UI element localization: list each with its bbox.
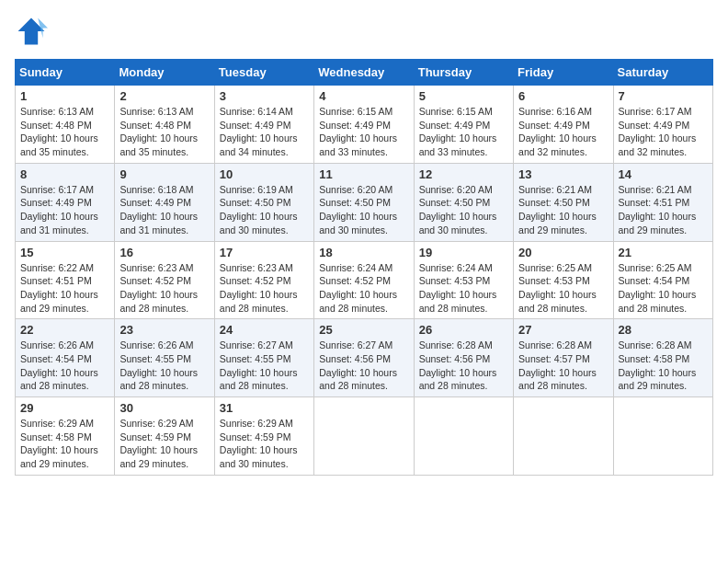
logo-icon [15,15,48,48]
day-info: Sunrise: 6:28 AMSunset: 4:57 PMDaylight:… [518,339,597,391]
calendar-cell [414,397,513,476]
day-number: 13 [518,167,608,181]
day-info: Sunrise: 6:29 AMSunset: 4:58 PMDaylight:… [20,418,98,469]
day-info: Sunrise: 6:28 AMSunset: 4:56 PMDaylight:… [419,339,497,391]
calendar-cell: 25 Sunrise: 6:27 AMSunset: 4:56 PMDaylig… [314,319,414,397]
day-info: Sunrise: 6:21 AMSunset: 4:50 PMDaylight:… [518,184,597,236]
day-number: 29 [20,401,109,415]
day-number: 14 [619,167,708,181]
day-of-week-header: Monday [115,60,214,86]
calendar-cell: 19 Sunrise: 6:24 AMSunset: 4:53 PMDaylig… [414,241,513,319]
calendar-cell: 2 Sunrise: 6:13 AMSunset: 4:48 PMDayligh… [115,86,214,164]
day-number: 18 [319,246,408,259]
calendar-cell: 6 Sunrise: 6:16 AMSunset: 4:49 PMDayligh… [514,86,613,164]
day-info: Sunrise: 6:26 AMSunset: 4:54 PMDaylight:… [20,339,98,391]
day-info: Sunrise: 6:24 AMSunset: 4:53 PMDaylight:… [419,262,497,314]
calendar-cell: 14 Sunrise: 6:21 AMSunset: 4:51 PMDaylig… [613,163,712,241]
day-number: 6 [518,89,608,103]
calendar-cell: 9 Sunrise: 6:18 AMSunset: 4:49 PMDayligh… [115,163,214,241]
day-number: 8 [20,167,109,181]
day-number: 25 [319,323,408,337]
calendar-week-row: 15 Sunrise: 6:22 AMSunset: 4:51 PMDaylig… [16,241,713,319]
day-info: Sunrise: 6:23 AMSunset: 4:52 PMDaylight:… [119,262,198,314]
calendar-week-row: 22 Sunrise: 6:26 AMSunset: 4:54 PMDaylig… [16,319,713,397]
calendar-cell: 16 Sunrise: 6:23 AMSunset: 4:52 PMDaylig… [115,241,214,319]
day-info: Sunrise: 6:25 AMSunset: 4:53 PMDaylight:… [518,262,597,314]
day-number: 22 [20,323,109,337]
day-info: Sunrise: 6:29 AMSunset: 4:59 PMDaylight:… [220,418,298,469]
calendar-cell: 8 Sunrise: 6:17 AMSunset: 4:49 PMDayligh… [16,163,115,241]
calendar-cell: 1 Sunrise: 6:13 AMSunset: 4:48 PMDayligh… [16,86,115,164]
calendar-cell [314,397,414,476]
day-info: Sunrise: 6:19 AMSunset: 4:50 PMDaylight:… [220,184,298,236]
day-info: Sunrise: 6:26 AMSunset: 4:55 PMDaylight:… [119,339,198,391]
calendar-cell: 17 Sunrise: 6:23 AMSunset: 4:52 PMDaylig… [214,241,313,319]
day-number: 10 [220,167,309,181]
day-number: 30 [119,401,209,415]
day-info: Sunrise: 6:28 AMSunset: 4:58 PMDaylight:… [619,339,697,391]
day-info: Sunrise: 6:24 AMSunset: 4:52 PMDaylight:… [319,262,397,314]
day-number: 16 [119,246,209,259]
day-info: Sunrise: 6:15 AMSunset: 4:49 PMDaylight:… [319,106,397,157]
day-info: Sunrise: 6:17 AMSunset: 4:49 PMDaylight:… [619,106,697,157]
day-info: Sunrise: 6:27 AMSunset: 4:55 PMDaylight:… [220,339,298,391]
calendar-cell: 13 Sunrise: 6:21 AMSunset: 4:50 PMDaylig… [514,163,613,241]
calendar-cell: 28 Sunrise: 6:28 AMSunset: 4:58 PMDaylig… [613,319,712,397]
day-number: 1 [20,89,109,103]
day-info: Sunrise: 6:23 AMSunset: 4:52 PMDaylight:… [220,262,298,314]
calendar-cell: 27 Sunrise: 6:28 AMSunset: 4:57 PMDaylig… [514,319,613,397]
day-of-week-header: Saturday [613,60,712,86]
calendar-header-row: SundayMondayTuesdayWednesdayThursdayFrid… [16,60,713,86]
calendar-cell: 7 Sunrise: 6:17 AMSunset: 4:49 PMDayligh… [613,86,712,164]
calendar-week-row: 1 Sunrise: 6:13 AMSunset: 4:48 PMDayligh… [16,86,713,164]
day-number: 23 [119,323,209,337]
day-info: Sunrise: 6:17 AMSunset: 4:49 PMDaylight:… [20,184,98,236]
calendar-cell: 11 Sunrise: 6:20 AMSunset: 4:50 PMDaylig… [314,163,414,241]
calendar-cell: 26 Sunrise: 6:28 AMSunset: 4:56 PMDaylig… [414,319,513,397]
day-of-week-header: Friday [514,60,613,86]
calendar-cell: 22 Sunrise: 6:26 AMSunset: 4:54 PMDaylig… [16,319,115,397]
day-number: 7 [619,89,708,103]
page-header [15,15,713,48]
day-info: Sunrise: 6:14 AMSunset: 4:49 PMDaylight:… [220,106,298,157]
day-of-week-header: Sunday [16,60,115,86]
calendar-cell: 18 Sunrise: 6:24 AMSunset: 4:52 PMDaylig… [314,241,414,319]
day-number: 19 [419,246,508,259]
day-number: 24 [220,323,309,337]
day-number: 3 [220,89,309,103]
day-info: Sunrise: 6:13 AMSunset: 4:48 PMDaylight:… [20,106,98,157]
day-info: Sunrise: 6:15 AMSunset: 4:49 PMDaylight:… [419,106,497,157]
day-number: 28 [619,323,708,337]
calendar-table: SundayMondayTuesdayWednesdayThursdayFrid… [15,59,713,476]
calendar-cell: 12 Sunrise: 6:20 AMSunset: 4:50 PMDaylig… [414,163,513,241]
calendar-cell: 20 Sunrise: 6:25 AMSunset: 4:53 PMDaylig… [514,241,613,319]
day-info: Sunrise: 6:13 AMSunset: 4:48 PMDaylight:… [119,106,198,157]
calendar-cell: 5 Sunrise: 6:15 AMSunset: 4:49 PMDayligh… [414,86,513,164]
day-of-week-header: Tuesday [214,60,313,86]
calendar-cell: 10 Sunrise: 6:19 AMSunset: 4:50 PMDaylig… [214,163,313,241]
day-info: Sunrise: 6:29 AMSunset: 4:59 PMDaylight:… [119,418,198,469]
calendar-week-row: 29 Sunrise: 6:29 AMSunset: 4:58 PMDaylig… [16,397,713,476]
calendar-cell: 3 Sunrise: 6:14 AMSunset: 4:49 PMDayligh… [214,86,313,164]
day-info: Sunrise: 6:16 AMSunset: 4:49 PMDaylight:… [518,106,597,157]
day-number: 2 [119,89,209,103]
calendar-cell: 30 Sunrise: 6:29 AMSunset: 4:59 PMDaylig… [115,397,214,476]
day-info: Sunrise: 6:18 AMSunset: 4:49 PMDaylight:… [119,184,198,236]
day-number: 31 [220,401,309,415]
day-info: Sunrise: 6:20 AMSunset: 4:50 PMDaylight:… [319,184,397,236]
day-info: Sunrise: 6:22 AMSunset: 4:51 PMDaylight:… [20,262,98,314]
day-number: 15 [20,246,109,259]
calendar-week-row: 8 Sunrise: 6:17 AMSunset: 4:49 PMDayligh… [16,163,713,241]
calendar-cell: 4 Sunrise: 6:15 AMSunset: 4:49 PMDayligh… [314,86,414,164]
day-number: 20 [518,246,608,259]
day-number: 9 [119,167,209,181]
day-of-week-header: Thursday [414,60,513,86]
calendar-cell: 15 Sunrise: 6:22 AMSunset: 4:51 PMDaylig… [16,241,115,319]
day-of-week-header: Wednesday [314,60,414,86]
calendar-cell: 31 Sunrise: 6:29 AMSunset: 4:59 PMDaylig… [214,397,313,476]
calendar-cell: 21 Sunrise: 6:25 AMSunset: 4:54 PMDaylig… [613,241,712,319]
day-info: Sunrise: 6:21 AMSunset: 4:51 PMDaylight:… [619,184,697,236]
calendar-cell: 29 Sunrise: 6:29 AMSunset: 4:58 PMDaylig… [16,397,115,476]
day-number: 17 [220,246,309,259]
day-number: 26 [419,323,508,337]
